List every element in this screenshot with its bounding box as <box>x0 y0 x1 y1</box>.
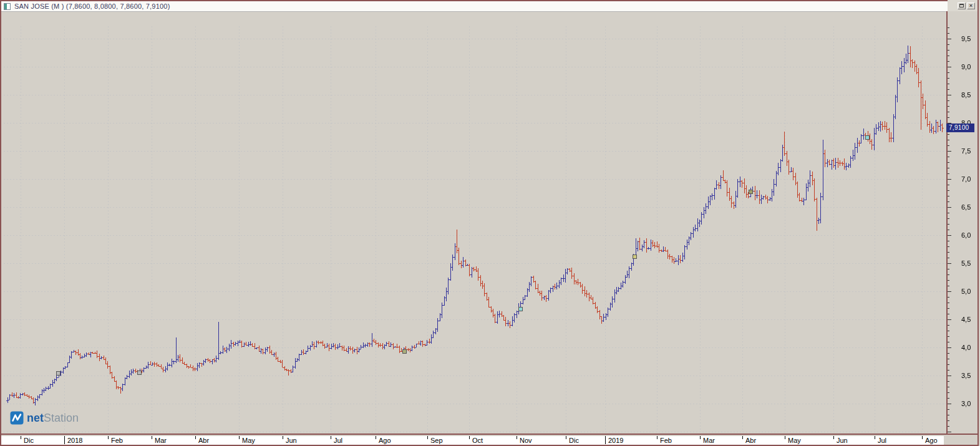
x-axis-label: Mar <box>155 437 167 444</box>
x-axis-label: Nov <box>520 437 532 444</box>
x-axis-label: Jun <box>286 437 297 444</box>
window-title: SAN JOSE (M ) (7,8600, 8,0800, 7,8600, 7… <box>14 2 170 10</box>
month-tick <box>195 436 196 439</box>
x-axis-label: Abr <box>198 437 209 444</box>
netstation-wordmark: netStation <box>27 411 79 425</box>
netstation-icon <box>10 411 24 425</box>
y-axis-label: 3,0 <box>961 400 978 407</box>
x-axis-label: Ago <box>379 437 391 444</box>
y-axis-label: 5,5 <box>961 259 978 267</box>
chart-window-icon[interactable] <box>4 3 11 10</box>
month-tick <box>566 436 566 439</box>
month-tick <box>517 436 517 439</box>
x-axis-label: Feb <box>111 437 123 444</box>
x-axis-label: Jun <box>837 437 848 444</box>
month-tick <box>469 436 470 439</box>
last-price-tag[interactable]: 7,9100 <box>946 124 974 132</box>
month-tick <box>922 436 923 439</box>
x-axis-label: Feb <box>660 437 672 444</box>
year-tick <box>64 436 65 444</box>
chart-window: SAN JOSE (M ) (7,8600, 8,0800, 7,8600, 7… <box>0 0 980 446</box>
month-tick <box>742 436 743 439</box>
window-border-right <box>978 0 979 446</box>
y-axis-label: 3,5 <box>961 372 978 379</box>
month-tick <box>239 436 240 439</box>
y-axis-label: 9,0 <box>961 63 978 70</box>
month-tick <box>21 436 21 439</box>
y-axis-label: 8,5 <box>961 91 978 99</box>
y-axis-label: 6,0 <box>961 231 978 239</box>
x-axis-label: May <box>242 437 255 444</box>
title-bar[interactable]: SAN JOSE (M ) (7,8600, 8,0800, 7,8600, 7… <box>1 1 948 12</box>
x-axis-label: Jul <box>334 437 342 444</box>
y-axis-label: 6,5 <box>961 203 978 211</box>
restore-icon <box>959 4 964 7</box>
y-axis-label: 5,0 <box>961 288 978 295</box>
month-tick <box>657 436 657 439</box>
month-tick <box>108 436 109 439</box>
x-axis-label: 2019 <box>608 437 623 444</box>
time-axis[interactable]: Dic2018FebMarAbrMayJunJulAgoSepOctNovDic… <box>1 436 944 445</box>
close-window-button[interactable]: × <box>967 2 975 9</box>
x-axis-label: May <box>788 437 801 444</box>
month-tick <box>152 436 152 439</box>
month-tick <box>427 436 428 439</box>
x-axis-label: Dic <box>569 437 579 444</box>
price-chart-canvas[interactable] <box>1 11 978 435</box>
x-axis-label: Sep <box>430 437 443 444</box>
x-axis-label: Ago <box>925 437 938 444</box>
y-axis-label: 4,5 <box>961 316 978 323</box>
x-axis-label: Jul <box>878 437 886 444</box>
x-axis-label: Mar <box>703 437 715 444</box>
y-axis-label: 7,5 <box>961 147 978 155</box>
x-axis-label: 2018 <box>67 437 82 444</box>
month-tick <box>700 436 701 439</box>
axis-corner-spacer <box>944 436 978 445</box>
month-tick <box>331 436 331 439</box>
month-tick <box>283 436 283 439</box>
month-tick <box>833 436 834 439</box>
month-tick <box>376 436 376 439</box>
close-icon: × <box>969 2 973 9</box>
netstation-logo: netStation <box>10 411 79 425</box>
restore-window-button[interactable] <box>958 2 966 9</box>
x-axis-label: Oct <box>472 437 483 444</box>
x-axis-label: Dic <box>24 437 34 444</box>
month-tick <box>875 436 875 439</box>
y-axis-label: 7,0 <box>961 175 978 183</box>
x-axis-label: Abr <box>745 437 756 444</box>
month-tick <box>785 436 785 439</box>
year-tick <box>605 436 606 444</box>
y-axis-label: 9,5 <box>961 35 978 42</box>
y-axis-label: 4,0 <box>961 344 978 351</box>
window-controls-area: × <box>948 0 978 11</box>
